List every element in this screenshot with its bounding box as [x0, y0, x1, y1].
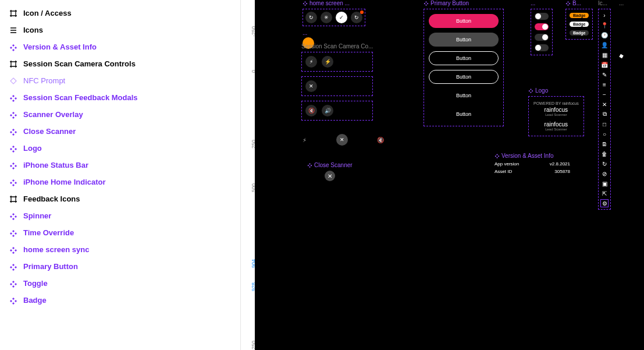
layer-label: Logo [23, 144, 42, 153]
toggle-disabled[interactable] [535, 44, 549, 51]
square-icon: □ [601, 121, 608, 128]
cancel-icon: ⊘ [601, 170, 608, 177]
close-icon[interactable]: ✕ [305, 80, 317, 92]
vertical-ruler: -250 0 250 500 904 928 1250 [241, 0, 255, 350]
frame-toggle[interactable]: ... [531, 0, 553, 55]
flash-on-icon[interactable]: ⚡ [322, 56, 333, 68]
layer-logo[interactable]: Logo [0, 140, 240, 157]
component-icon [9, 280, 17, 288]
toggle-variants[interactable] [531, 9, 553, 55]
layer-home-screen-sync[interactable]: home screen sync [0, 241, 240, 258]
home-screen-variants[interactable]: ↻ ✳ ✓ ↻ [303, 9, 365, 26]
scanner-overlay-row[interactable]: ⚡︎ ✕ 🔇 [303, 122, 384, 146]
camera-control-row-3[interactable]: 🔇 🔊 [301, 101, 373, 121]
layer-label: Toggle [23, 279, 48, 288]
layer-time-override[interactable]: Time Override [0, 224, 240, 241]
primary-button-variants[interactable]: Button Button Button Button Button Butto… [424, 9, 504, 126]
design-canvas[interactable]: home screen ... ↻ ✳ ✓ ↻ ... Session Scan… [255, 0, 644, 350]
frame-label: Close Scanner [307, 162, 353, 168]
logo-powered-by: POWERED BY rainfocus [533, 101, 579, 105]
volume-off-icon[interactable]: 🔇 [305, 105, 317, 116]
layer-icon-access[interactable]: Icon / Access [0, 5, 240, 22]
layer-toggle[interactable]: Toggle [0, 275, 240, 292]
layer-label: Scanner Overlay [23, 110, 83, 119]
frame-spinner[interactable]: ... [619, 0, 624, 6]
layers-panel[interactable]: Icon / Access Icons Version & Asset Info… [0, 0, 241, 350]
logo-tagline: Lead Scanner [533, 113, 579, 116]
layer-iphone-status-bar[interactable]: iPhone Status Bar [0, 157, 240, 174]
sync-button-loading[interactable]: ✳ [321, 12, 332, 23]
frame-title: B... [572, 0, 581, 6]
component-icon [565, 1, 571, 6]
button-secondary[interactable]: Button [429, 33, 499, 47]
edit-icon: ✎ [601, 71, 608, 78]
calendar-icon: 📅 [601, 61, 608, 68]
layer-scanner-overlay[interactable]: Scanner Overlay [0, 106, 240, 123]
toggle-off-right[interactable] [535, 34, 549, 41]
layer-version-asset-info[interactable]: Version & Asset Info [0, 38, 240, 55]
frame-label: Ic... [598, 0, 611, 6]
frame-version-asset-info[interactable]: Version & Asset Info App version v2.8.20… [494, 153, 570, 174]
frame-close-scanner[interactable]: Close Scanner ✕ [307, 162, 353, 181]
component-icon [303, 1, 308, 6]
icon-grid[interactable]: › 📍 🕐 👤 ▦ 📅 ✎ ≡ − ✕ ⧉ □ ○ 🗎 🗑 ↻ ⊘ ▣ ⇱ ⚙ [598, 9, 611, 210]
layer-close-scanner[interactable]: Close Scanner [0, 123, 240, 140]
component-icon [307, 162, 312, 168]
layer-label: Feedback Icons [23, 195, 80, 203]
badge-gray: Badge [570, 30, 589, 36]
sync-button-default[interactable]: ↻ [305, 12, 317, 23]
layer-spinner[interactable]: Spinner [0, 207, 240, 224]
frame-primary-button[interactable]: Primary Button Button Button Button Butt… [424, 0, 504, 126]
close-scanner-button[interactable]: ✕ [325, 171, 335, 181]
sync-button-done[interactable]: ✓ [336, 12, 347, 23]
minus-icon: − [601, 91, 608, 98]
toggle-off[interactable] [535, 13, 549, 20]
button-text[interactable]: Button [429, 89, 499, 102]
layer-nfc-prompt[interactable]: NFC Prompt [0, 72, 240, 89]
frame-icon [9, 60, 17, 68]
button-primary[interactable]: Button [429, 14, 499, 28]
frame-home-screen-sync[interactable]: home screen ... ↻ ✳ ✓ ↻ ... [303, 0, 365, 49]
layer-label: Close Scanner [23, 127, 76, 136]
layer-icons[interactable]: Icons [0, 22, 240, 38]
frame-icons[interactable]: Ic... › 📍 🕐 👤 ▦ 📅 ✎ ≡ − ✕ ⧉ □ ○ 🗎 🗑 ↻ ⊘ … [598, 0, 611, 210]
trash-icon: 🗑 [601, 150, 608, 157]
layer-feedback-icons[interactable]: Feedback Icons [0, 190, 240, 207]
toggle-on[interactable] [535, 23, 549, 30]
flash-off-icon[interactable]: ⚡︎ [305, 56, 317, 68]
layer-session-scan-camera-controls[interactable]: Session Scan Camera Controls [0, 55, 240, 72]
refresh-icon: ↻ [601, 160, 608, 167]
frame-label: home screen ... [303, 0, 365, 6]
volume-on-icon[interactable]: 🔊 [322, 105, 333, 116]
sync-button-badge[interactable]: ↻ [351, 12, 362, 23]
frame-title: Close Scanner [314, 162, 353, 168]
badge-variants[interactable]: Badge Badge Badge [565, 9, 593, 40]
frame-label: Primary Button [424, 0, 504, 6]
clock-icon: 🕐 [601, 31, 608, 38]
grid-icon: ▦ [601, 51, 608, 58]
layer-primary-button[interactable]: Primary Button [0, 258, 240, 275]
volume-icon: 🔇 [377, 137, 384, 143]
frame-badge[interactable]: B... Badge Badge Badge [565, 0, 593, 40]
button-outline[interactable]: Button [429, 51, 499, 65]
tilted-card: ◆ [618, 52, 625, 59]
copy-icon: ⧉ [601, 111, 608, 118]
logo-brand: rainfocus [533, 121, 579, 128]
layer-session-scan-feedback-modals[interactable]: Session Scan Feedback Modals [0, 89, 240, 106]
layer-iphone-home-indicator[interactable]: iPhone Home Indicator [0, 174, 240, 190]
close-icon[interactable]: ✕ [336, 134, 348, 146]
component-icon [9, 161, 17, 169]
camera-control-row-1[interactable]: ⚡︎ ⚡ [301, 52, 373, 72]
flash-icon: ⚡︎ [303, 137, 307, 143]
button-outline-2[interactable]: Button [429, 70, 499, 84]
layer-badge[interactable]: Badge [0, 292, 240, 309]
component-icon [9, 178, 17, 186]
button-text-2[interactable]: Button [429, 107, 499, 121]
component-icon [9, 128, 17, 136]
frame-session-scan-camera-controls[interactable]: Session Scan Camera Co... ⚡︎ ⚡ ✕ 🔇 🔊 [301, 43, 373, 121]
frame-logo[interactable]: Logo POWERED BY rainfocus rainfocus Lead… [528, 87, 584, 136]
camera-control-row-2[interactable]: ✕ [301, 76, 373, 96]
frame-label: Version & Asset Info [494, 153, 570, 159]
component-icon [9, 263, 17, 271]
close-icon: ✕ [601, 101, 608, 108]
